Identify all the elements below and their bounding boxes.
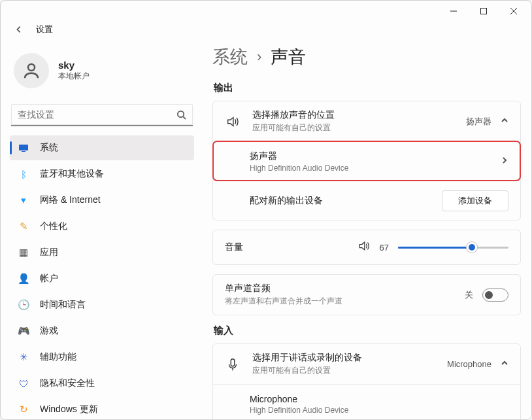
sidebar-item-label: 辅助功能 bbox=[40, 351, 76, 363]
mono-toggle[interactable] bbox=[482, 289, 508, 302]
svg-point-5 bbox=[178, 111, 184, 116]
mono-state: 关 bbox=[465, 289, 473, 301]
sidebar-item-label: 系统 bbox=[40, 142, 58, 154]
bluetooth-icon: ᛒ bbox=[18, 168, 29, 180]
input-device-sub: High Definition Audio Device bbox=[250, 406, 508, 415]
account-block[interactable]: sky 本地帐户 bbox=[10, 41, 194, 100]
chevron-right-icon: › bbox=[257, 48, 261, 65]
volume-value: 67 bbox=[380, 243, 389, 253]
output-choose-row[interactable]: 选择播放声音的位置 应用可能有自己的设置 扬声器 bbox=[213, 101, 520, 141]
speaker-icon bbox=[225, 114, 241, 129]
output-device-title: 扬声器 bbox=[250, 150, 489, 162]
search-field[interactable] bbox=[18, 109, 176, 120]
output-choose-group: 选择播放声音的位置 应用可能有自己的设置 扬声器 扬声器 High Defini… bbox=[212, 101, 521, 220]
sidebar-item-label: 时间和语言 bbox=[40, 299, 86, 311]
maximize-button[interactable] bbox=[469, 1, 499, 22]
input-section-label: 输入 bbox=[214, 324, 521, 337]
breadcrumb: 系统 › 声音 bbox=[212, 22, 521, 80]
user-type: 本地帐户 bbox=[58, 71, 90, 82]
output-section-label: 输出 bbox=[214, 82, 521, 94]
search-input[interactable] bbox=[11, 104, 193, 126]
input-choose-group: 选择用于讲话或录制的设备 应用可能有自己的设置 Microphone Micro… bbox=[212, 343, 521, 419]
search-icon bbox=[176, 110, 186, 120]
add-device-button[interactable]: 添加设备 bbox=[442, 190, 508, 211]
window-titlebar bbox=[1, 1, 531, 22]
sidebar-item-apps[interactable]: ▦应用 bbox=[10, 240, 194, 265]
chevron-up-icon bbox=[501, 359, 508, 369]
volume-icon[interactable] bbox=[357, 239, 371, 255]
input-choose-value: Microphone bbox=[447, 359, 491, 369]
privacy-icon: 🛡 bbox=[18, 377, 29, 389]
sidebar-item-label: 游戏 bbox=[40, 325, 58, 337]
svg-rect-9 bbox=[231, 359, 235, 366]
output-pair-row: 配对新的输出设备 添加设备 bbox=[213, 181, 520, 220]
chevron-right-icon bbox=[501, 156, 508, 166]
sidebar-item-privacy[interactable]: 🛡隐私和安全性 bbox=[10, 371, 194, 396]
personalize-icon: ✎ bbox=[18, 220, 29, 232]
svg-rect-8 bbox=[22, 151, 25, 152]
output-device-row[interactable]: 扬声器 High Definition Audio Device bbox=[213, 141, 520, 181]
accounts-icon: 👤 bbox=[18, 273, 29, 285]
sidebar-item-system[interactable]: 系统 bbox=[10, 135, 194, 160]
sidebar-item-label: 隐私和安全性 bbox=[40, 377, 95, 389]
input-choose-sub: 应用可能有自己的设置 bbox=[252, 365, 435, 376]
minimize-button[interactable] bbox=[439, 1, 469, 22]
back-button[interactable] bbox=[12, 23, 25, 36]
svg-line-6 bbox=[183, 116, 186, 119]
volume-card: 音量 67 bbox=[212, 230, 521, 265]
sidebar-item-label: Windows 更新 bbox=[40, 404, 98, 414]
close-button[interactable] bbox=[499, 1, 529, 22]
mono-card: 单声道音频 将左声道和右声道合并成一个声道 关 bbox=[212, 274, 521, 315]
output-pair-title: 配对新的输出设备 bbox=[250, 195, 430, 207]
input-device-title: Microphone bbox=[250, 394, 508, 404]
input-choose-title: 选择用于讲话或录制的设备 bbox=[252, 352, 435, 364]
nav-list: 系统ᛒ蓝牙和其他设备▾网络 & Internet✎个性化▦应用👤帐户🕒时间和语言… bbox=[10, 135, 194, 414]
gaming-icon: 🎮 bbox=[18, 325, 29, 337]
svg-point-4 bbox=[28, 64, 35, 71]
sidebar-item-label: 应用 bbox=[40, 247, 58, 258]
volume-row[interactable]: 音量 67 bbox=[213, 230, 520, 264]
sidebar-item-bluetooth[interactable]: ᛒ蓝牙和其他设备 bbox=[10, 162, 194, 186]
volume-slider[interactable] bbox=[398, 241, 508, 254]
volume-label: 音量 bbox=[225, 241, 284, 253]
microphone-icon bbox=[225, 357, 241, 372]
sidebar-item-gaming[interactable]: 🎮游戏 bbox=[10, 319, 194, 343]
mono-sub: 将左声道和右声道合并成一个声道 bbox=[225, 296, 453, 307]
app-title: 设置 bbox=[36, 24, 53, 35]
system-icon bbox=[18, 142, 29, 154]
update-icon: ↻ bbox=[18, 404, 29, 414]
sidebar-item-time[interactable]: 🕒时间和语言 bbox=[10, 292, 194, 317]
sidebar-item-accessibility[interactable]: ✳辅助功能 bbox=[10, 345, 194, 370]
input-choose-row[interactable]: 选择用于讲话或录制的设备 应用可能有自己的设置 Microphone bbox=[213, 344, 520, 384]
sidebar-item-label: 帐户 bbox=[40, 273, 58, 285]
mono-title: 单声道音频 bbox=[225, 283, 453, 294]
input-device-row[interactable]: Microphone High Definition Audio Device bbox=[213, 384, 520, 419]
output-device-sub: High Definition Audio Device bbox=[250, 164, 489, 173]
breadcrumb-root[interactable]: 系统 bbox=[212, 45, 248, 69]
chevron-up-icon bbox=[501, 116, 508, 126]
sidebar-item-network[interactable]: ▾网络 & Internet bbox=[10, 188, 194, 213]
time-icon: 🕒 bbox=[18, 299, 29, 311]
breadcrumb-current: 声音 bbox=[271, 45, 306, 69]
sidebar-item-label: 蓝牙和其他设备 bbox=[40, 168, 104, 180]
sidebar-item-update[interactable]: ↻Windows 更新 bbox=[10, 397, 194, 414]
mono-row[interactable]: 单声道音频 将左声道和右声道合并成一个声道 关 bbox=[213, 275, 520, 315]
svg-rect-7 bbox=[19, 145, 28, 150]
svg-rect-1 bbox=[481, 9, 487, 14]
avatar-icon bbox=[14, 53, 49, 88]
network-icon: ▾ bbox=[18, 194, 29, 206]
sidebar-item-label: 个性化 bbox=[40, 220, 67, 232]
output-choose-sub: 应用可能有自己的设置 bbox=[252, 122, 454, 133]
sidebar-item-accounts[interactable]: 👤帐户 bbox=[10, 266, 194, 291]
accessibility-icon: ✳ bbox=[18, 351, 29, 363]
sidebar-item-personalize[interactable]: ✎个性化 bbox=[10, 214, 194, 239]
user-name: sky bbox=[58, 60, 90, 71]
apps-icon: ▦ bbox=[18, 247, 29, 258]
output-choose-title: 选择播放声音的位置 bbox=[252, 109, 454, 121]
sidebar-item-label: 网络 & Internet bbox=[40, 194, 101, 206]
output-choose-value: 扬声器 bbox=[466, 116, 491, 128]
